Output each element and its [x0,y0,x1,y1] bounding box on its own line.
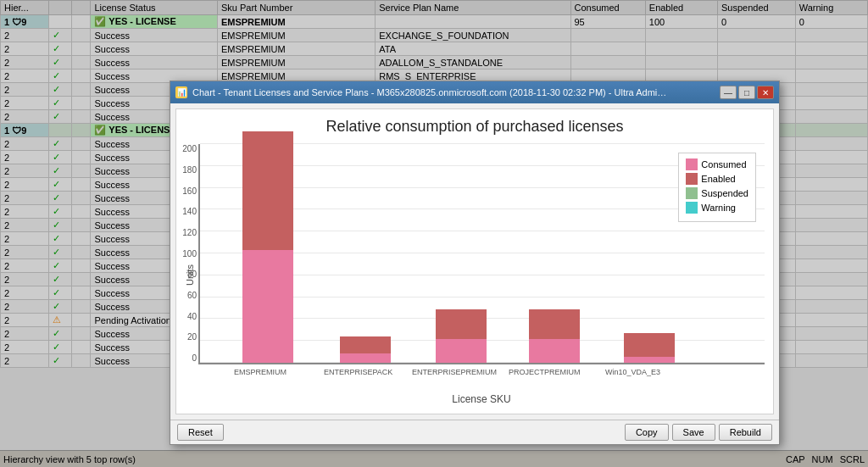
footer-right: Copy Save Rebuild [625,424,772,441]
legend-color-warning [686,202,698,214]
bar-group-win10vda [624,333,675,363]
x-axis-label: License SKU [198,393,765,405]
legend-label-enabled: Enabled [701,174,735,184]
bar-consumed-projectpremium [529,339,580,363]
legend-color-consumed [686,158,698,170]
bar-group-enterprisepack [340,336,391,363]
x-axis-labels: EMSPREMIUM ENTERPRISEPACK ENTERPRISEPREM… [198,364,765,390]
modal-icon: 📊 [175,86,187,98]
reset-button[interactable]: Reset [177,424,224,441]
save-button[interactable]: Save [672,424,715,441]
x-label-projectpremium: PROJECTPREMIUM [509,368,581,376]
legend-label-consumed: Consumed [701,159,746,170]
chart-modal: 📊 Chart - Tenant Licenses and Service Pl… [170,81,780,445]
x-label-emspremium: EMSPREMIUM [234,368,287,376]
chart-plot-area: 0 20 40 60 80 100 120 140 160 180 200 [198,144,765,405]
legend-consumed: Consumed [686,158,748,170]
bar-enabled-enterprisepremium [436,309,487,339]
modal-title: Chart - Tenant Licenses and Service Plan… [192,87,667,97]
chart-legend: Consumed Enabled Suspended [678,153,756,222]
chart-body: Units 0 20 40 60 80 100 120 140 [185,144,765,405]
x-label-enterprisepremium: ENTERPRISEPREMIUM [412,368,497,376]
bar-consumed-win10vda [624,357,675,363]
bar-group-enterprisepremium [436,309,487,363]
bar-consumed-emspremium [242,250,293,363]
legend-label-suspended: Suspended [701,188,748,198]
minimize-button[interactable]: — [720,86,737,99]
bar-enabled-emspremium [242,131,293,250]
rebuild-button[interactable]: Rebuild [719,424,772,441]
bar-consumed-enterprisepremium [436,339,487,363]
y-axis-label: Units [185,144,195,405]
bar-enabled-projectpremium [529,309,580,339]
bar-consumed-enterprisepack [340,353,391,363]
modal-footer: Reset Copy Save Rebuild [170,420,779,444]
close-button[interactable]: ✕ [757,86,774,99]
bar-group-projectpremium [529,309,580,363]
legend-label-warning: Warning [701,203,736,213]
maximize-button[interactable]: □ [738,86,755,99]
chart-plot: 0 20 40 60 80 100 120 140 160 180 200 [198,144,765,364]
bar-enabled-enterprisepack [340,336,391,353]
legend-color-enabled [686,173,698,185]
legend-enabled: Enabled [686,173,748,185]
x-label-enterprisepack: ENTERPRISEPACK [324,368,392,376]
x-label-win10vda: Win10_VDA_E3 [605,368,660,376]
titlebar-controls: — □ ✕ [720,86,774,99]
copy-button[interactable]: Copy [625,424,669,441]
legend-suspended: Suspended [686,187,748,199]
footer-left: Reset [177,424,224,441]
chart-area: Relative consumption of purchased licens… [175,108,774,414]
legend-warning: Warning [686,202,748,214]
bar-group-emspremium [242,131,293,363]
modal-titlebar: 📊 Chart - Tenant Licenses and Service Pl… [170,81,779,103]
legend-color-suspended [686,187,698,199]
bar-enabled-win10vda [624,333,675,357]
modal-overlay: 📊 Chart - Tenant Licenses and Service Pl… [0,0,868,467]
